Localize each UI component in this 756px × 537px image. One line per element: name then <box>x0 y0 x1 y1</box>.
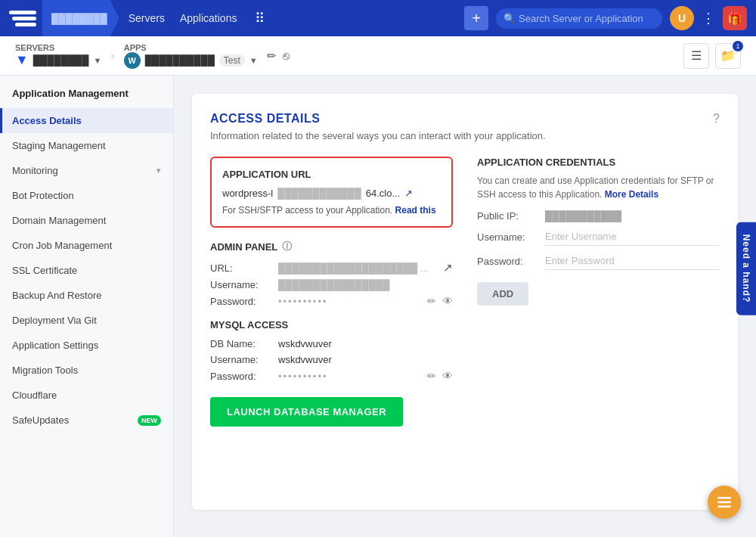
external-link-icon[interactable]: ↗ <box>404 188 413 199</box>
sidebar-item-ssl-certificate[interactable]: SSL Certificate <box>0 258 173 283</box>
app-selector[interactable]: W ██████████ Test ▼ <box>124 52 258 69</box>
sidebar: Application Management Access Details St… <box>0 76 174 537</box>
server-name: ████████ <box>33 54 89 66</box>
subheader-right: ☰ 📁 1 <box>683 43 741 69</box>
admin-password-row: Password: •••••••••• ✏ 👁 <box>210 295 453 307</box>
main-content: ACCESS DETAILS ? Information related to … <box>174 76 756 537</box>
credentials-password-input[interactable] <box>545 252 720 270</box>
credentials-description: You can create and use Application crede… <box>477 174 720 201</box>
show-password-icon[interactable]: 👁 <box>442 295 453 307</box>
card-subtitle: Information related to the several ways … <box>210 130 720 141</box>
left-column: APPLICATION URL wordpress-l ████████████… <box>210 157 453 427</box>
admin-username-value: ████████████████ <box>278 279 453 290</box>
avatar[interactable]: U <box>670 6 694 30</box>
sidebar-title: Application Management <box>0 88 173 108</box>
apps-label: Apps <box>124 43 258 52</box>
logo[interactable] <box>9 8 36 29</box>
list-view-button[interactable]: ☰ <box>683 43 709 69</box>
mysql-password-dots: •••••••••• <box>278 371 427 382</box>
nav-breadcrumb[interactable]: ████████ <box>42 0 119 36</box>
arrow-separator: › <box>110 49 114 63</box>
url-blurred: ████████████ <box>277 188 361 199</box>
sidebar-item-migration-tools[interactable]: Migration Tools <box>0 358 173 383</box>
admin-password-dots: •••••••••• <box>278 296 427 307</box>
wordpress-icon: W <box>124 52 141 69</box>
content-card: ACCESS DETAILS ? Information related to … <box>192 94 738 510</box>
svg-rect-1 <box>12 17 36 20</box>
help-icon[interactable]: ? <box>713 112 720 126</box>
sidebar-item-label: Application Settings <box>12 340 98 351</box>
sidebar-item-safeupdates[interactable]: SafeUpdates NEW <box>0 408 173 433</box>
need-a-hand-panel[interactable]: Need a hand? <box>736 222 756 315</box>
folder-button[interactable]: 📁 1 <box>715 43 741 69</box>
read-this-link[interactable]: Read this <box>395 205 436 216</box>
servers-label: Servers <box>15 43 101 52</box>
admin-url-value: ████████████████████ ... <box>278 262 440 274</box>
servers-section: Servers ▼ ████████ ▼ <box>15 43 101 68</box>
sidebar-item-application-settings[interactable]: Application Settings <box>0 333 173 358</box>
db-name-value: wskdvwuver <box>278 338 453 349</box>
grid-icon[interactable]: ⠿ <box>255 10 265 26</box>
sidebar-item-label: Cron Job Management <box>12 240 112 251</box>
add-button[interactable]: + <box>464 6 488 30</box>
mysql-show-password-icon[interactable]: 👁 <box>442 370 453 382</box>
add-credentials-button[interactable]: ADD <box>477 282 528 306</box>
credentials-title: APPLICATION CREDENTIALS <box>477 157 720 168</box>
public-ip-row: Public IP: ███████████ <box>477 210 720 222</box>
mysql-password-row: Password: •••••••••• ✏ 👁 <box>210 370 453 382</box>
db-name-row: DB Name: wskdvwuver <box>210 338 453 349</box>
nav-servers-link[interactable]: Servers <box>129 12 165 24</box>
mysql-username-label: Username: <box>210 354 278 365</box>
sidebar-item-label: Cloudflare <box>12 390 57 401</box>
credentials-username-label: Username: <box>477 231 545 243</box>
main-layout: Application Management Access Details St… <box>0 76 756 537</box>
gift-icon[interactable]: 🎁 <box>723 6 747 30</box>
admin-url-row: URL: ████████████████████ ... ↗ <box>210 261 453 275</box>
sidebar-item-backup-and-restore[interactable]: Backup And Restore <box>0 283 173 308</box>
url-label: URL: <box>210 262 278 274</box>
server-caret-icon: ▼ <box>94 56 102 65</box>
apps-section: Apps W ██████████ Test ▼ <box>124 43 258 69</box>
credentials-username-row: Username: <box>477 228 720 246</box>
two-column-layout: APPLICATION URL wordpress-l ████████████… <box>210 157 720 427</box>
card-title: ACCESS DETAILS <box>210 112 320 126</box>
credentials-password-label: Password: <box>477 256 545 267</box>
sidebar-item-bot-protection[interactable]: Bot Protection <box>0 183 173 208</box>
info-icon: ⓘ <box>282 240 292 253</box>
app-url-section-title: APPLICATION URL <box>222 169 441 180</box>
search-input[interactable] <box>496 8 662 29</box>
sidebar-item-cron-job-management[interactable]: Cron Job Management <box>0 233 173 258</box>
more-details-link[interactable]: More Details <box>605 189 658 200</box>
edit-icon[interactable]: ✏ <box>267 49 277 63</box>
admin-panel-title: ADMIN PANEL ⓘ <box>210 240 453 253</box>
search-wrap: 🔍 <box>496 8 662 29</box>
nav-applications-link[interactable]: Applications <box>180 12 237 24</box>
sidebar-item-cloudflare[interactable]: Cloudflare <box>0 383 173 408</box>
sidebar-item-domain-management[interactable]: Domain Management <box>0 208 173 233</box>
chevron-down-icon: ▾ <box>156 166 161 175</box>
sidebar-item-monitoring[interactable]: Monitoring ▾ <box>0 158 173 183</box>
svg-rect-3 <box>717 497 731 499</box>
mysql-access-section: MYSQL ACCESS DB Name: wskdvwuver Usernam… <box>210 319 453 382</box>
app-caret-icon: ▼ <box>249 56 258 65</box>
svg-rect-4 <box>717 501 731 504</box>
sidebar-item-deployment-via-git[interactable]: Deployment Via Git <box>0 308 173 333</box>
admin-url-external-icon[interactable]: ↗ <box>443 261 453 275</box>
admin-panel-section: ADMIN PANEL ⓘ URL: ████████████████████ … <box>210 240 453 307</box>
sidebar-item-access-details[interactable]: Access Details <box>0 108 173 133</box>
subheader-actions: ✏ ⎋ <box>267 49 290 63</box>
password-label: Password: <box>210 296 278 307</box>
sidebar-item-staging-management[interactable]: Staging Management <box>0 133 173 158</box>
launch-database-manager-button[interactable]: LAUNCH DATABASE MANAGER <box>210 397 403 427</box>
card-header: ACCESS DETAILS ? <box>210 112 720 126</box>
edit-password-icon[interactable]: ✏ <box>427 295 436 307</box>
credentials-username-input[interactable] <box>545 228 720 246</box>
fab-button[interactable] <box>708 486 741 519</box>
server-selector[interactable]: ▼ ████████ ▼ <box>15 52 101 68</box>
external-link-icon[interactable]: ⎋ <box>283 49 290 62</box>
nav-links: Servers Applications ⠿ <box>129 10 464 26</box>
mysql-edit-password-icon[interactable]: ✏ <box>427 370 436 382</box>
nav-right: + 🔍 U ⋮ 🎁 <box>464 6 747 30</box>
more-options-icon[interactable]: ⋮ <box>702 10 715 26</box>
sidebar-item-label: Migration Tools <box>12 365 78 376</box>
